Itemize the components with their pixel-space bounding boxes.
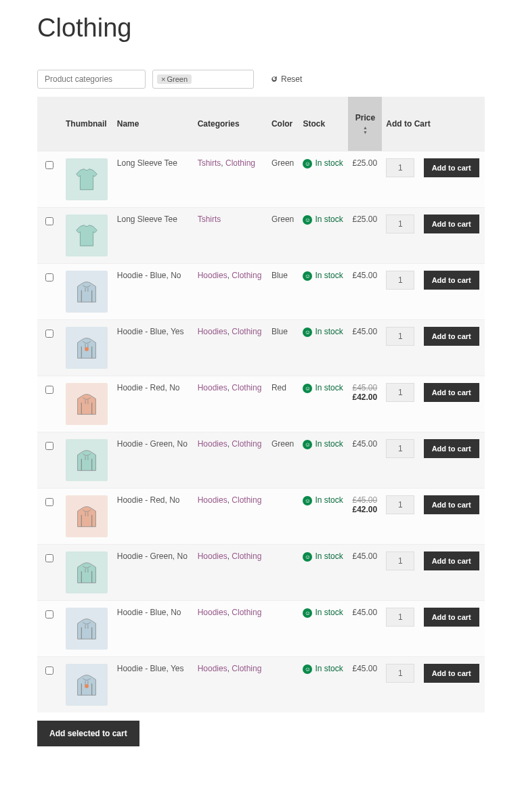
- product-categories-input[interactable]: [37, 70, 146, 89]
- filter-tag-green[interactable]: × Green: [157, 74, 192, 84]
- price: £45.00: [352, 551, 377, 561]
- header-price[interactable]: Price ▲▼: [348, 97, 382, 152]
- stock-status: ☺In stock: [303, 439, 344, 449]
- header-stock[interactable]: Stock: [299, 97, 348, 152]
- category-link[interactable]: Clothing: [225, 158, 255, 168]
- category-link[interactable]: Hoodies: [198, 271, 227, 280]
- add-to-cart-button[interactable]: Add to cart: [424, 215, 479, 233]
- remove-tag-icon[interactable]: ×: [161, 75, 165, 83]
- price: £45.00: [352, 608, 377, 617]
- product-color: [267, 489, 299, 545]
- header-add-to-cart: Add to Cart: [382, 97, 485, 152]
- quantity-input[interactable]: [386, 551, 414, 570]
- quantity-input[interactable]: [386, 664, 414, 683]
- product-name[interactable]: Hoodie - Red, No: [113, 376, 194, 432]
- add-to-cart-button[interactable]: Add to cart: [424, 664, 479, 683]
- category-link[interactable]: Hoodies: [198, 495, 227, 505]
- filter-tags-input[interactable]: × Green: [152, 70, 254, 89]
- table-row: Hoodie - Blue, No Hoodies, Clothing ☺In …: [37, 601, 485, 657]
- row-checkbox[interactable]: [45, 498, 53, 506]
- product-categories: Hoodies, Clothing: [194, 320, 267, 376]
- row-checkbox[interactable]: [45, 386, 53, 394]
- smile-icon: ☺: [303, 159, 312, 168]
- stock-status: ☺In stock: [303, 327, 344, 337]
- refresh-icon: [270, 75, 278, 83]
- quantity-input[interactable]: [386, 439, 414, 458]
- product-thumbnail[interactable]: [66, 327, 108, 369]
- product-name[interactable]: Hoodie - Blue, No: [113, 601, 194, 657]
- product-name[interactable]: Hoodie - Green, No: [113, 545, 194, 601]
- add-to-cart-button[interactable]: Add to cart: [424, 158, 479, 177]
- product-thumbnail[interactable]: [66, 608, 108, 650]
- product-thumbnail[interactable]: [66, 158, 108, 200]
- quantity-input[interactable]: [386, 215, 414, 233]
- quantity-input[interactable]: [386, 383, 414, 402]
- product-name[interactable]: Hoodie - Red, No: [113, 489, 194, 545]
- category-link[interactable]: Clothing: [232, 271, 261, 280]
- category-link[interactable]: Clothing: [232, 383, 261, 392]
- row-checkbox[interactable]: [45, 442, 53, 450]
- category-link[interactable]: Clothing: [232, 551, 261, 561]
- product-thumbnail[interactable]: [66, 271, 108, 313]
- product-thumbnail[interactable]: [66, 495, 108, 537]
- row-checkbox[interactable]: [45, 330, 53, 338]
- product-thumbnail[interactable]: [66, 664, 108, 706]
- header-price-label: Price: [355, 113, 375, 122]
- add-selected-to-cart-button[interactable]: Add selected to cart: [37, 721, 139, 746]
- product-thumbnail[interactable]: [66, 215, 108, 256]
- add-to-cart-button[interactable]: Add to cart: [424, 439, 479, 458]
- row-checkbox[interactable]: [45, 610, 53, 618]
- smile-icon: ☺: [303, 328, 312, 337]
- category-link[interactable]: Tshirts: [198, 215, 221, 224]
- quantity-input[interactable]: [386, 327, 414, 346]
- quantity-input[interactable]: [386, 158, 414, 177]
- product-name[interactable]: Hoodie - Green, No: [113, 432, 194, 489]
- row-checkbox[interactable]: [45, 161, 53, 169]
- category-link[interactable]: Hoodies: [198, 551, 227, 561]
- row-checkbox[interactable]: [45, 667, 53, 675]
- category-link[interactable]: Hoodies: [198, 383, 227, 392]
- category-link[interactable]: Clothing: [232, 664, 261, 673]
- row-checkbox[interactable]: [45, 554, 53, 562]
- category-link[interactable]: Hoodies: [198, 608, 227, 617]
- product-thumbnail[interactable]: [66, 439, 108, 481]
- header-color[interactable]: Color: [267, 97, 299, 152]
- header-thumbnail[interactable]: Thumbnail: [62, 97, 113, 152]
- category-link[interactable]: Clothing: [232, 327, 261, 336]
- product-name[interactable]: Long Sleeve Tee: [113, 152, 194, 208]
- add-to-cart-button[interactable]: Add to cart: [424, 551, 479, 570]
- product-name[interactable]: Long Sleeve Tee: [113, 208, 194, 264]
- row-checkbox[interactable]: [45, 273, 53, 281]
- category-link[interactable]: Hoodies: [198, 327, 227, 336]
- product-thumbnail[interactable]: [66, 383, 108, 425]
- add-to-cart-button[interactable]: Add to cart: [424, 608, 479, 627]
- price: £45.00: [352, 439, 377, 449]
- header-name[interactable]: Name: [113, 97, 194, 152]
- header-categories[interactable]: Categories: [194, 97, 267, 152]
- category-link[interactable]: Tshirts: [198, 158, 221, 168]
- filters-row: × Green Reset: [37, 70, 485, 89]
- category-link[interactable]: Clothing: [232, 608, 261, 617]
- product-name[interactable]: Hoodie - Blue, Yes: [113, 320, 194, 376]
- product-name[interactable]: Hoodie - Blue, Yes: [113, 657, 194, 713]
- category-link[interactable]: Hoodies: [198, 439, 227, 449]
- quantity-input[interactable]: [386, 608, 414, 627]
- add-to-cart-button[interactable]: Add to cart: [424, 383, 479, 402]
- category-link[interactable]: Clothing: [232, 439, 261, 449]
- product-categories: Hoodies, Clothing: [194, 545, 267, 601]
- filter-tag-label: Green: [167, 75, 188, 83]
- row-checkbox[interactable]: [45, 217, 53, 225]
- add-to-cart-button[interactable]: Add to cart: [424, 327, 479, 346]
- stock-status: ☺In stock: [303, 383, 344, 393]
- add-to-cart-button[interactable]: Add to cart: [424, 495, 479, 514]
- quantity-input[interactable]: [386, 495, 414, 514]
- product-thumbnail[interactable]: [66, 551, 108, 593]
- product-name[interactable]: Hoodie - Blue, No: [113, 264, 194, 320]
- reset-button[interactable]: Reset: [270, 74, 302, 84]
- category-link[interactable]: Clothing: [232, 495, 261, 505]
- add-to-cart-button[interactable]: Add to cart: [424, 271, 479, 290]
- product-price-cell: £45.00: [348, 432, 382, 489]
- category-link[interactable]: Hoodies: [198, 664, 227, 673]
- quantity-input[interactable]: [386, 271, 414, 290]
- svg-point-4: [85, 347, 89, 351]
